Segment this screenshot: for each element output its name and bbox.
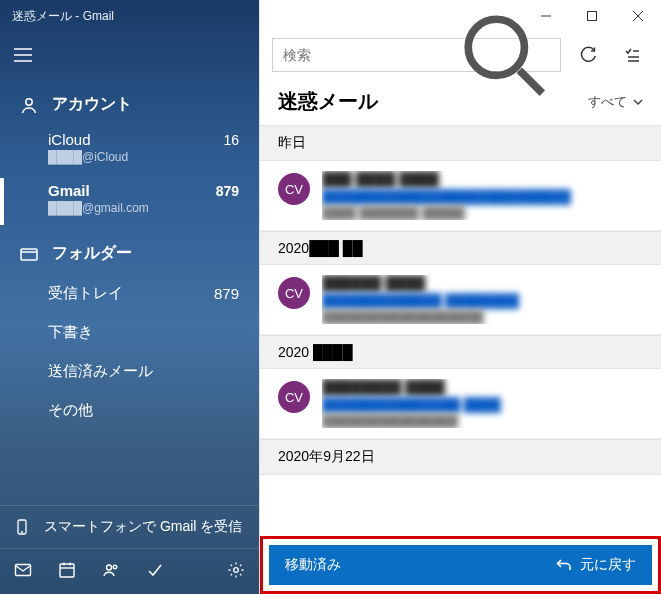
folders-label: フォルダー	[52, 243, 132, 264]
svg-point-14	[234, 567, 239, 572]
sidebar-footer	[0, 548, 259, 594]
accounts-label: アカウント	[52, 94, 132, 115]
close-button[interactable]	[615, 0, 661, 32]
account-name: Gmail	[48, 182, 90, 199]
group-header[interactable]: 2020年9月22日	[260, 439, 661, 475]
main-pane: 迷惑メール すべて 昨日 CV ███ ████ ████ ██████████…	[259, 0, 661, 594]
action-message: 移動済み	[285, 556, 341, 574]
action-bar: 移動済み 元に戻す	[269, 545, 652, 585]
calendar-icon-button[interactable]	[58, 561, 76, 583]
accounts-header: アカウント	[0, 78, 259, 125]
account-name: iCloud	[48, 131, 91, 148]
account-item-icloud[interactable]: iCloud 16 ████@iCloud	[0, 125, 259, 176]
undo-button[interactable]: 元に戻す	[556, 556, 636, 574]
menu-icon	[14, 46, 32, 64]
settings-icon-button[interactable]	[227, 561, 245, 583]
check-icon	[146, 561, 164, 579]
mail-item[interactable]: CV ████████ ████ ███████████████ ████ ██…	[260, 369, 661, 439]
group-header[interactable]: 昨日	[260, 125, 661, 161]
phone-icon	[14, 519, 30, 535]
refresh-icon	[579, 46, 597, 64]
mail-preview: ███████████████████	[322, 310, 643, 324]
svg-rect-16	[588, 12, 597, 21]
mail-from: ███ ████ ████	[322, 171, 643, 187]
chevron-down-icon	[633, 97, 643, 107]
page-title: 迷惑メール	[278, 88, 378, 115]
mail-preview: ████████████████	[322, 414, 643, 428]
account-count: 16	[223, 132, 239, 148]
filter-dropdown[interactable]: すべて	[588, 93, 643, 111]
folder-label: 下書き	[48, 323, 93, 342]
people-icon	[102, 561, 120, 579]
avatar: CV	[278, 173, 310, 205]
promo-item[interactable]: スマートフォンで Gmail を受信	[0, 505, 259, 548]
todo-icon-button[interactable]	[146, 561, 164, 583]
undo-icon	[556, 557, 572, 573]
mail-icon	[14, 561, 32, 579]
mail-list: 昨日 CV ███ ████ ████ ████████████████████…	[260, 125, 661, 536]
calendar-icon	[58, 561, 76, 579]
gear-icon	[227, 561, 245, 579]
mail-icon-button[interactable]	[14, 561, 32, 583]
account-count: 879	[216, 183, 239, 199]
folder-icon	[20, 245, 38, 263]
select-mode-button[interactable]	[615, 38, 649, 72]
svg-rect-4	[21, 249, 37, 260]
avatar: CV	[278, 381, 310, 413]
mail-subject: █████████████ ████████	[322, 293, 643, 308]
folder-label: 受信トレイ	[48, 284, 123, 303]
search-input[interactable]	[283, 47, 458, 63]
folder-inbox[interactable]: 受信トレイ 879	[0, 274, 259, 313]
sidebar: 迷惑メール - Gmail アカウント iCloud 16 ████@iClou…	[0, 0, 259, 594]
svg-point-12	[107, 565, 112, 570]
mail-item[interactable]: CV ███ ████ ████ ███████████████████████…	[260, 161, 661, 231]
folders-header: フォルダー	[0, 227, 259, 274]
mail-from: ████████ ████	[322, 379, 643, 395]
maximize-button[interactable]	[569, 0, 615, 32]
people-icon-button[interactable]	[102, 561, 120, 583]
account-item-gmail[interactable]: Gmail 879 ████@gmail.com	[0, 176, 259, 227]
folder-count: 879	[214, 285, 239, 302]
folder-sent[interactable]: 送信済みメール	[0, 352, 259, 391]
avatar: CV	[278, 277, 310, 309]
checklist-icon	[623, 46, 641, 64]
folder-drafts[interactable]: 下書き	[0, 313, 259, 352]
person-icon	[20, 96, 38, 114]
close-icon	[633, 11, 643, 21]
mail-subject: ███████████████████████████	[322, 189, 643, 204]
undo-label: 元に戻す	[580, 556, 636, 574]
svg-rect-7	[16, 564, 31, 575]
heading-row: 迷惑メール すべて	[260, 78, 661, 125]
search-box[interactable]	[272, 38, 561, 72]
mail-from: ██████ ████	[322, 275, 643, 291]
mail-item[interactable]: CV ██████ ████ █████████████ ████████ ██…	[260, 265, 661, 335]
folder-label: 送信済みメール	[48, 362, 153, 381]
folder-label: その他	[48, 401, 93, 420]
refresh-button[interactable]	[571, 38, 605, 72]
account-email: ████@gmail.com	[48, 201, 239, 215]
hamburger-button[interactable]	[0, 32, 259, 78]
group-header[interactable]: 2020███ ██	[260, 231, 661, 265]
action-bar-highlight: 移動済み 元に戻す	[260, 536, 661, 594]
mail-preview: ████ ███████ █████	[322, 206, 643, 220]
svg-point-13	[113, 565, 117, 569]
group-header[interactable]: 2020 ████	[260, 335, 661, 369]
svg-point-19	[468, 19, 524, 75]
filter-label: すべて	[588, 93, 627, 111]
mail-subject: ███████████████ ████	[322, 397, 643, 412]
promo-label: スマートフォンで Gmail を受信	[44, 518, 242, 536]
folder-other[interactable]: その他	[0, 391, 259, 430]
maximize-icon	[587, 11, 597, 21]
svg-rect-8	[60, 564, 74, 577]
toolbar	[260, 32, 661, 78]
account-email: ████@iCloud	[48, 150, 239, 164]
svg-point-3	[26, 98, 32, 104]
window-title: 迷惑メール - Gmail	[0, 0, 259, 32]
